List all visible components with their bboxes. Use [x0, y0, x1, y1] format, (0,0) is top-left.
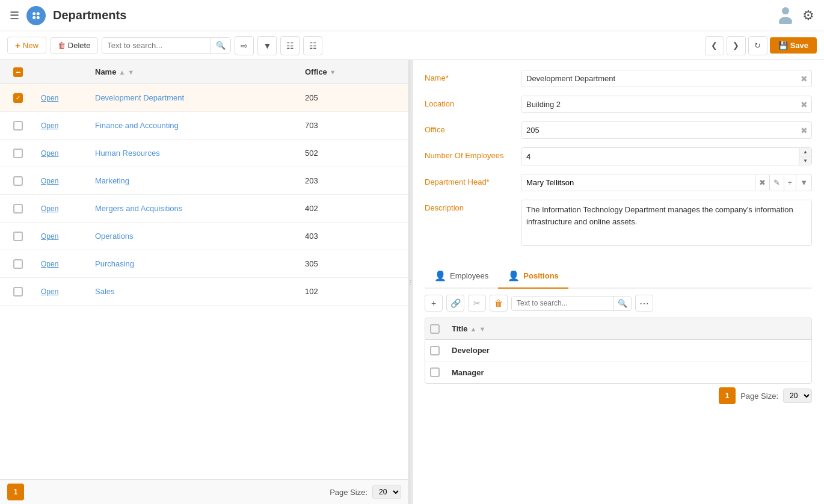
- office-input[interactable]: [521, 122, 797, 138]
- save-button[interactable]: 💾 Save: [770, 37, 817, 54]
- list-item: Open Marketing 203: [0, 167, 408, 195]
- description-textarea[interactable]: The Information Technology Department ma…: [521, 200, 811, 244]
- row-check-col: ✓: [0, 93, 36, 103]
- office-input-wrap: ✖: [521, 121, 812, 139]
- open-link[interactable]: Open: [41, 287, 58, 296]
- row-checkbox[interactable]: [13, 259, 23, 269]
- sub-link-button[interactable]: 🔗: [446, 295, 464, 312]
- dept-head-clear-button[interactable]: ✖: [755, 175, 769, 190]
- office-field-control: ✖: [521, 121, 812, 139]
- num-employees-label: Number Of Employees: [425, 147, 521, 160]
- sub-search-button[interactable]: 🔍: [613, 297, 631, 310]
- open-link[interactable]: Open: [41, 232, 58, 241]
- row-checkbox[interactable]: [13, 149, 23, 158]
- name-input[interactable]: [521, 70, 797, 87]
- open-link[interactable]: Open: [41, 149, 58, 158]
- location-clear-button[interactable]: ✖: [797, 97, 811, 112]
- sub-header-check: [430, 324, 452, 334]
- list-body: ✓ Open Development Department 205 Open F…: [0, 84, 408, 479]
- row-name: Sales: [90, 287, 300, 296]
- office-col-label: Office: [305, 67, 327, 76]
- row-checkbox[interactable]: [13, 176, 23, 186]
- main-content: − Name ▲ ▼ Office ▼ ✓ Open De: [0, 60, 824, 504]
- list-item: ✓ Open Development Department 205: [0, 84, 408, 112]
- sub-add-button[interactable]: +: [425, 295, 443, 312]
- more-options-button[interactable]: ⋯: [635, 295, 653, 312]
- name-sort-icon[interactable]: ▲: [118, 69, 125, 76]
- open-link[interactable]: Open: [41, 94, 58, 102]
- svg-point-1: [37, 12, 40, 15]
- export-icon[interactable]: ⇨: [235, 36, 254, 55]
- sub-table-header: Title ▲ ▼: [425, 318, 811, 340]
- num-employees-input[interactable]: [521, 149, 799, 165]
- export-dropdown-icon[interactable]: ▼: [257, 36, 277, 55]
- sub-title-filter-icon[interactable]: ▼: [479, 325, 485, 333]
- office-clear-button[interactable]: ✖: [797, 123, 811, 138]
- dept-head-add-button[interactable]: +: [784, 175, 796, 190]
- list-item: Open Operations 403: [0, 223, 408, 250]
- page-number-btn[interactable]: 1: [7, 484, 24, 500]
- plus-icon: +: [15, 40, 20, 51]
- search-input[interactable]: [102, 38, 211, 53]
- list-item: Open Human Resources 502: [0, 140, 408, 167]
- location-field-label: Location: [425, 96, 521, 108]
- row-checkbox[interactable]: [13, 287, 23, 297]
- row-office: 502: [300, 149, 408, 158]
- row-check-col: [0, 287, 36, 297]
- row-checkbox[interactable]: [13, 121, 23, 131]
- row-check-col: [0, 232, 36, 241]
- next-button[interactable]: ❯: [727, 36, 746, 55]
- dept-head-edit-button[interactable]: ✎: [769, 175, 784, 190]
- row-checkbox[interactable]: [13, 204, 23, 214]
- sub-page-number-btn[interactable]: 1: [719, 387, 736, 404]
- spin-up-button[interactable]: ▲: [799, 148, 811, 156]
- grid-icon[interactable]: ☷: [280, 36, 300, 55]
- user-avatar[interactable]: [776, 5, 795, 26]
- delete-label: Delete: [68, 41, 91, 50]
- spin-down-button[interactable]: ▼: [799, 156, 811, 165]
- sub-unlink-button[interactable]: ✂: [468, 295, 486, 312]
- hamburger-icon[interactable]: ☰: [10, 9, 19, 22]
- header-right: ⚙: [776, 5, 814, 26]
- row-office: 402: [300, 204, 408, 213]
- settings-icon[interactable]: ⚙: [802, 8, 814, 23]
- sub-title-sort-icon[interactable]: ▲: [470, 325, 477, 333]
- tab-positions[interactable]: 👤 Positions: [498, 264, 568, 289]
- name-filter-icon[interactable]: ▼: [128, 69, 134, 76]
- row-checkbox[interactable]: ✓: [13, 93, 23, 103]
- search-button[interactable]: 🔍: [211, 38, 230, 53]
- open-link[interactable]: Open: [41, 204, 58, 213]
- positions-tab-icon: 👤: [508, 270, 520, 281]
- open-link[interactable]: Open: [41, 177, 58, 185]
- sub-search-input[interactable]: [512, 297, 613, 310]
- sub-page-size-label: Page Size:: [740, 392, 778, 401]
- prev-button[interactable]: ❮: [705, 36, 724, 55]
- sub-page-size-select[interactable]: 20: [783, 389, 812, 403]
- sub-select-all-checkbox[interactable]: [430, 324, 440, 334]
- open-link[interactable]: Open: [41, 121, 58, 130]
- select-all-checkbox[interactable]: −: [13, 67, 23, 77]
- sub-row-checkbox[interactable]: [430, 367, 440, 377]
- page-size-select[interactable]: 20: [372, 485, 401, 499]
- dept-head-input[interactable]: [521, 174, 755, 191]
- row-name: Mergers and Acquisitions: [90, 204, 300, 213]
- delete-icon: 🗑: [58, 41, 66, 50]
- filter-icon[interactable]: ☷: [303, 36, 322, 55]
- tab-employees[interactable]: 👤 Employees: [425, 264, 498, 289]
- open-link[interactable]: Open: [41, 260, 58, 268]
- location-input[interactable]: [521, 96, 797, 112]
- svg-point-4: [782, 7, 789, 14]
- office-filter-icon[interactable]: ▼: [330, 69, 336, 76]
- sub-row-checkbox[interactable]: [430, 346, 440, 355]
- name-clear-button[interactable]: ✖: [797, 72, 811, 86]
- name-col-header: Name ▲ ▼: [90, 67, 300, 76]
- name-field-control: ✖: [521, 70, 812, 87]
- row-actions: Open: [36, 232, 90, 241]
- row-checkbox[interactable]: [13, 232, 23, 241]
- refresh-button[interactable]: ↻: [748, 36, 767, 55]
- dept-head-dropdown-button[interactable]: ▼: [796, 175, 811, 190]
- delete-button[interactable]: 🗑 Delete: [50, 37, 99, 54]
- sub-delete-button[interactable]: 🗑: [490, 295, 508, 312]
- new-button[interactable]: + New: [7, 37, 46, 54]
- row-name: Operations: [90, 232, 300, 241]
